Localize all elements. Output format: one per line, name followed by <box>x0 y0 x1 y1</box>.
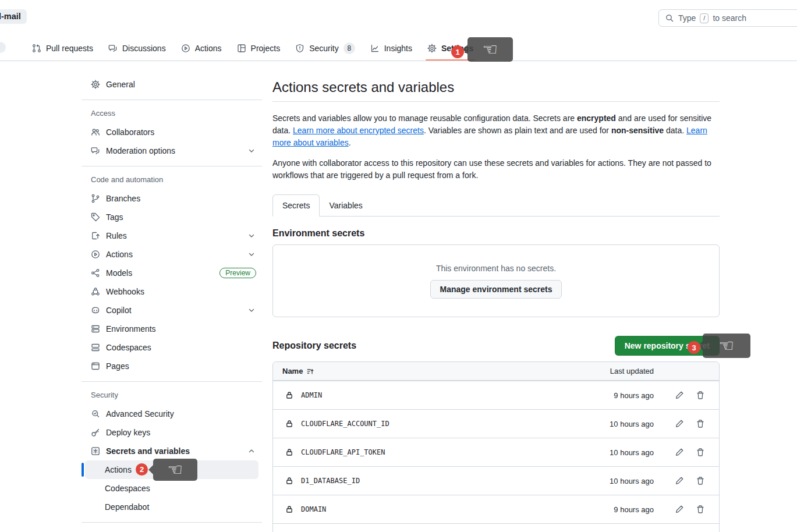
intro-text: data. <box>664 126 686 135</box>
sidebar-item-deploy-keys[interactable]: Deploy keys <box>82 423 262 442</box>
sidebar-item-label: Webhooks <box>106 287 144 296</box>
sidebar-item-label: Actions <box>106 250 133 259</box>
delete-trash-icon[interactable] <box>696 505 705 514</box>
sidebar-subitem-label: Dependabot <box>105 502 149 512</box>
sidebar-item-label: Environments <box>106 324 156 334</box>
delete-trash-icon[interactable] <box>696 476 705 485</box>
edit-pencil-icon[interactable] <box>675 476 684 485</box>
sidebar-item-label: Pages <box>106 361 129 371</box>
sidebar-item-label: Copilot <box>106 306 132 315</box>
intro-text: Secrets and variables allow you to manag… <box>272 114 577 123</box>
search-placeholder-prefix: Type <box>678 13 696 23</box>
sidebar-item-pages[interactable]: Pages <box>82 357 262 375</box>
secret-name: CLOUDFLARE_ACCOUNT_ID <box>301 420 610 428</box>
tab-security[interactable]: Security 8 <box>295 36 355 61</box>
sidebar-item-label: Rules <box>106 231 127 240</box>
sidebar-item-label: Tags <box>106 212 123 222</box>
annotation-badge-2: 2 <box>136 463 148 476</box>
secret-name: CLOUDFLARE_API_TOKEN <box>301 448 610 456</box>
play-circle-icon <box>91 250 100 259</box>
sort-ascending-icon[interactable] <box>306 367 314 375</box>
search-placeholder-suffix: to search <box>713 13 746 23</box>
repo-name-chip[interactable]: l-mail <box>0 9 27 24</box>
sidebar-item-webhooks[interactable]: Webhooks <box>82 282 262 301</box>
tab-discussions[interactable]: Discussions <box>108 36 166 61</box>
sidebar-subitem-dependabot[interactable]: Dependabot <box>85 498 258 516</box>
comment-discussion-icon <box>108 44 118 53</box>
sidebar-item-actions[interactable]: Actions <box>82 245 262 264</box>
search-input[interactable]: Type / to search <box>658 9 797 27</box>
tab-variables[interactable]: Variables <box>320 194 371 216</box>
secret-box-icon <box>91 446 100 456</box>
tab-label: Security <box>309 44 339 53</box>
lock-icon <box>285 391 294 400</box>
tab-secrets[interactable]: Secrets <box>272 194 320 217</box>
tab-projects[interactable]: Projects <box>237 36 281 61</box>
intro-paragraph: Secrets and variables allow you to manag… <box>272 112 720 149</box>
edit-pencil-icon[interactable] <box>675 391 684 400</box>
sidebar-item-advanced-security[interactable]: Advanced Security <box>82 405 262 423</box>
tag-icon <box>91 212 100 222</box>
tab-pull-requests[interactable]: Pull requests <box>32 36 93 61</box>
annotation-cursor-box-2: ☜ <box>153 459 197 481</box>
chevron-down-icon <box>247 306 256 315</box>
section-title-access: Access <box>82 103 262 123</box>
edit-pencil-icon[interactable] <box>675 505 684 514</box>
sidebar-item-copilot[interactable]: Copilot <box>82 301 262 320</box>
secret-name: D1_DATABASE_ID <box>301 477 610 485</box>
repository-secrets-heading: Repository secrets <box>272 341 356 351</box>
annotation-badge-1: 1 <box>451 45 464 58</box>
branch-icon <box>91 194 100 203</box>
tab-insights[interactable]: Insights <box>370 36 412 61</box>
sidebar-subitem-codespaces[interactable]: Codespaces <box>85 479 258 498</box>
sidebar-item-collaborators[interactable]: Collaborators <box>82 123 262 141</box>
last-updated-column-header: Last updated <box>610 367 654 375</box>
chevron-down-icon <box>247 250 256 259</box>
bold-non-sensitive: non-sensitive <box>611 126 664 135</box>
delete-trash-icon[interactable] <box>696 448 705 457</box>
repo-tab-nav: Pull requests Discussions Actions Projec… <box>0 36 797 61</box>
intro-text: . Variables are shown as plain text and … <box>424 126 611 135</box>
tab-actions[interactable]: Actions <box>181 36 222 61</box>
last-updated-value: 10 hours ago <box>610 477 654 485</box>
top-bar: l-mail Type / to search <box>0 0 797 36</box>
models-icon <box>91 268 100 278</box>
edit-pencil-icon[interactable] <box>675 419 684 428</box>
last-updated-value: 9 hours ago <box>614 505 654 514</box>
lock-icon <box>285 505 294 514</box>
hand-pointer-icon: ☜ <box>483 41 498 58</box>
sidebar-item-codespaces[interactable]: Codespaces <box>82 338 262 357</box>
delete-trash-icon[interactable] <box>696 391 705 400</box>
link-encrypted-secrets[interactable]: Learn more about encrypted secrets <box>293 126 424 135</box>
sidebar-item-rules[interactable]: Rules <box>82 226 262 245</box>
sidebar-item-moderation-options[interactable]: Moderation options <box>82 141 262 160</box>
key-icon <box>91 428 100 437</box>
search-icon <box>665 13 674 23</box>
sidebar-item-general[interactable]: General <box>82 75 262 94</box>
table-row-partial <box>273 523 719 532</box>
section-title-code-automation: Code and automation <box>82 169 262 189</box>
sidebar-item-secrets-and-variables[interactable]: Secrets and variables <box>82 442 262 460</box>
sidebar-item-models[interactable]: Models Preview <box>82 264 262 282</box>
tab-label: Actions <box>195 44 222 53</box>
sidebar-item-tags[interactable]: Tags <box>82 208 262 226</box>
annotation-cursor-box-1: ☜ <box>467 37 513 62</box>
sidebar-item-label: General <box>106 80 135 89</box>
name-column-header: Name <box>282 367 303 375</box>
main-content: Actions secrets and variables Secrets an… <box>272 73 720 532</box>
manage-environment-secrets-button[interactable]: Manage environment secrets <box>430 280 562 299</box>
codescan-icon <box>91 409 100 418</box>
sidebar-item-environments[interactable]: Environments <box>82 320 262 338</box>
divider <box>82 166 262 166</box>
sidebar-item-label: Branches <box>106 194 140 203</box>
edit-pencil-icon[interactable] <box>675 448 684 457</box>
delete-trash-icon[interactable] <box>696 419 705 428</box>
hand-pointer-icon: ☜ <box>719 337 735 354</box>
sidebar-item-branches[interactable]: Branches <box>82 189 262 208</box>
play-circle-icon <box>181 44 190 53</box>
environment-secrets-heading: Environment secrets <box>272 228 720 239</box>
security-count-badge: 8 <box>343 42 355 54</box>
environment-secrets-empty-box: This environment has no secrets. Manage … <box>272 244 720 317</box>
secret-name: DOMAIN <box>301 505 614 513</box>
table-row: CLOUDFLARE_ACCOUNT_ID 10 hours ago <box>273 409 719 438</box>
